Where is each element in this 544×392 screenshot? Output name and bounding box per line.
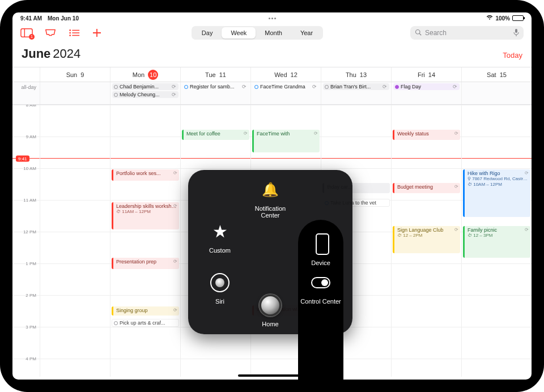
search-placeholder: Search — [425, 29, 447, 37]
siri-icon — [208, 271, 232, 295]
allday-event[interactable]: Melody Cheung...⟳ — [112, 91, 178, 98]
at-home[interactable]: Home — [248, 293, 293, 327]
svg-point-4 — [69, 35, 71, 36]
tab-week[interactable]: Week — [222, 27, 256, 39]
at-control-center[interactable]: Control Center — [298, 271, 343, 305]
add-icon[interactable] — [92, 28, 104, 38]
allday-cell[interactable] — [40, 82, 110, 104]
mic-icon[interactable] — [513, 28, 519, 38]
day-header-sun[interactable]: Sun9 — [40, 67, 110, 82]
allday-event[interactable]: Flag Day⟳ — [393, 83, 460, 90]
device-icon — [311, 232, 334, 256]
calendar-badge: 1 — [29, 34, 35, 40]
battery-icon — [512, 15, 524, 21]
now-time-badge: 9:41 — [16, 156, 29, 162]
tab-year[interactable]: Year — [291, 27, 322, 39]
allday-event[interactable]: FaceTime Grandma⟳ — [253, 83, 319, 90]
time-gutter: 8 AM9 AM10 AM11 AM12 PM1 PM2 PM3 PM4 PM — [12, 105, 40, 377]
allday-cell[interactable]: Register for samb...⟳ — [180, 82, 250, 104]
svg-line-11 — [419, 33, 421, 35]
at-notification-center[interactable]: 🔔 Notification Center — [248, 178, 293, 219]
day-column-sat[interactable]: Hike with Rigo⚲ 7867 Redwood Rd, Castro … — [461, 105, 532, 377]
assistivetouch-menu[interactable]: 🔔 Notification Center ★ Custom Device Si… — [188, 170, 352, 334]
event[interactable]: Portfolio work ses...⟳ — [112, 169, 179, 181]
day-column-mon[interactable]: Portfolio work ses...⟳Leadership skills … — [110, 105, 180, 377]
home-indicator[interactable] — [238, 374, 306, 377]
event[interactable]: Meet for coffee⟳ — [182, 130, 249, 140]
allday-cell[interactable]: FaceTime Grandma⟳ — [250, 82, 321, 104]
event[interactable]: Presentation prep⟳ — [112, 258, 179, 269]
inbox-icon[interactable] — [44, 28, 57, 38]
allday-label: all-day — [12, 82, 40, 104]
status-date: Mon Jun 10 — [48, 15, 79, 22]
today-button[interactable]: Today — [503, 51, 522, 59]
event[interactable]: Family picnic⏱ 12 – 3PM⟳ — [463, 226, 530, 258]
event[interactable]: Singing group⟳ — [112, 306, 179, 316]
allday-event[interactable]: Register for samb...⟳ — [182, 83, 249, 90]
event[interactable]: Leadership skills workshop⏱ 11AM – 12PM⟳ — [112, 202, 179, 229]
event[interactable]: FaceTime with⟳ — [252, 130, 320, 152]
at-custom[interactable]: ★ Custom — [197, 220, 243, 254]
year-label: 2024 — [53, 46, 80, 61]
star-icon: ★ — [208, 220, 232, 244]
allday-row: all-day Chad Benjamin...⟳Melody Cheung..… — [12, 82, 532, 105]
month-label: June — [22, 46, 50, 61]
calendar-app-screen: 9:41 AM Mon Jun 10 100% 1 — [12, 12, 532, 380]
event[interactable]: Sign Language Club⏱ 12 – 2PM⟳ — [393, 226, 460, 253]
allday-event[interactable]: Chad Benjamin...⟳ — [112, 83, 178, 90]
allday-event[interactable]: Brian Tran's Birt...⟳ — [323, 83, 389, 90]
allday-cell[interactable]: Chad Benjamin...⟳Melody Cheung...⟳ — [110, 82, 180, 104]
wifi-icon — [486, 15, 493, 22]
day-header-tue[interactable]: Tue11 — [180, 67, 250, 82]
search-input[interactable]: Search — [410, 26, 524, 40]
tab-day[interactable]: Day — [193, 27, 222, 39]
at-siri[interactable]: Siri — [197, 271, 243, 305]
tab-month[interactable]: Month — [256, 27, 291, 39]
toggle-icon — [309, 271, 333, 295]
day-header-wed[interactable]: Wed12 — [250, 67, 321, 82]
battery-percent: 100% — [495, 15, 510, 22]
svg-point-2 — [69, 29, 71, 31]
event[interactable]: Budget meeting⟳ — [393, 183, 460, 193]
day-header-thu[interactable]: Thu13 — [321, 67, 391, 82]
svg-point-10 — [416, 29, 420, 34]
multitask-dots[interactable] — [261, 18, 283, 19]
day-header-mon[interactable]: Mon10 — [110, 67, 180, 82]
svg-rect-12 — [515, 29, 517, 33]
search-icon — [415, 29, 422, 37]
toolbar: 1 Day Week Month Year — [12, 23, 532, 43]
event[interactable]: Hike with Rigo⚲ 7867 Redwood Rd, Castro … — [463, 169, 530, 217]
svg-point-3 — [69, 32, 71, 34]
view-segmented-control: Day Week Month Year — [192, 26, 323, 40]
event-chip[interactable]: Pick up arts & craf... — [112, 319, 179, 327]
month-header: June 2024 Today — [12, 43, 532, 67]
allday-cell[interactable]: Flag Day⟳ — [391, 82, 461, 104]
list-icon[interactable] — [68, 28, 80, 38]
allday-cell[interactable] — [461, 82, 532, 104]
home-icon — [258, 293, 282, 317]
day-header-fri[interactable]: Fri14 — [391, 67, 461, 82]
status-bar: 9:41 AM Mon Jun 10 100% — [12, 12, 532, 23]
calendar-sidebar-icon[interactable]: 1 — [20, 28, 33, 38]
day-column-sun[interactable] — [40, 105, 110, 377]
day-column-fri[interactable]: Weekly status⟳Budget meeting⟳Sign Langua… — [391, 105, 461, 377]
status-time: 9:41 AM — [20, 15, 42, 22]
event[interactable]: Weekly status⟳ — [393, 130, 460, 140]
allday-cell[interactable]: Brian Tran's Birt...⟳ — [321, 82, 391, 104]
day-header-sat[interactable]: Sat15 — [461, 67, 532, 82]
bell-icon: 🔔 — [258, 178, 282, 202]
